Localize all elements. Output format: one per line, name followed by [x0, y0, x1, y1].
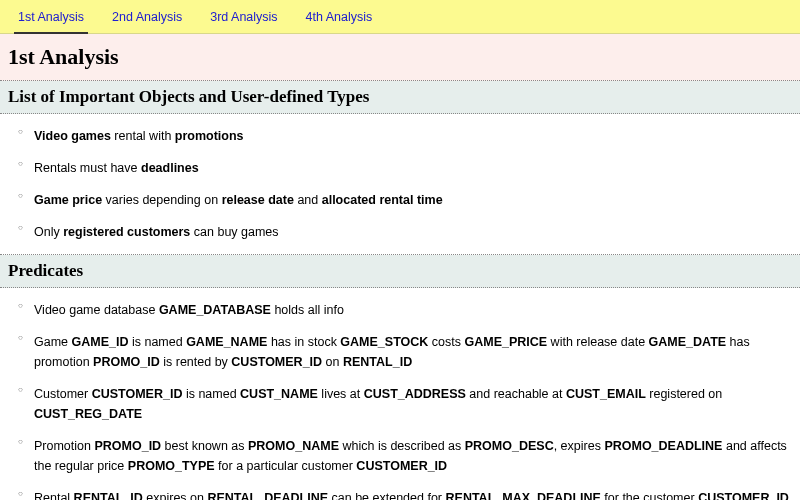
bold-term: release date	[222, 193, 294, 207]
text-run: with release date	[547, 335, 648, 349]
bold-term: PROMO_ID	[94, 439, 161, 453]
bold-term: CUST_ADDRESS	[364, 387, 466, 401]
text-run: costs	[428, 335, 464, 349]
bold-term: allocated rental time	[322, 193, 443, 207]
tab-bar: 1st Analysis 2nd Analysis 3rd Analysis 4…	[0, 0, 800, 34]
list-item: Rental RENTAL_ID expires on RENTAL_DEADL…	[8, 482, 792, 500]
bold-term: PROMO_DESC	[465, 439, 554, 453]
bold-term: promotions	[175, 129, 244, 143]
text-run: Rentals must have	[34, 161, 141, 175]
section-heading-predicates: Predicates	[0, 255, 800, 288]
text-run: varies depending on	[102, 193, 222, 207]
objects-list: Video games rental with promotions Renta…	[0, 114, 800, 255]
text-run: has in stock	[267, 335, 340, 349]
text-run: is named	[182, 387, 240, 401]
page-title: 1st Analysis	[0, 34, 800, 81]
bold-term: GAME_PRICE	[464, 335, 547, 349]
list-item: Customer CUSTOMER_ID is named CUST_NAME …	[8, 378, 792, 430]
bold-term: CUST_EMAIL	[566, 387, 646, 401]
bold-term: CUSTOMER_ID	[92, 387, 183, 401]
text-run: holds all info	[271, 303, 344, 317]
text-run: is named	[128, 335, 186, 349]
text-run: Customer	[34, 387, 92, 401]
text-run: which is described as	[339, 439, 465, 453]
text-run: , expires	[554, 439, 605, 453]
tab-4th-analysis[interactable]: 4th Analysis	[302, 6, 377, 33]
text-run: can buy games	[190, 225, 278, 239]
list-item: Video games rental with promotions	[8, 120, 792, 152]
text-run: expires on	[143, 491, 208, 500]
bold-term: RENTAL_DEADLINE	[207, 491, 328, 500]
text-run: for the customer	[601, 491, 698, 500]
text-run: rental with	[111, 129, 175, 143]
section-heading-objects: List of Important Objects and User-defin…	[0, 81, 800, 114]
text-run: can be extended for	[328, 491, 445, 500]
bold-term: registered customers	[63, 225, 190, 239]
bold-term: CUSTOMER_ID	[356, 459, 447, 473]
bold-term: GAME_DATABASE	[159, 303, 271, 317]
list-item: Game price varies depending on release d…	[8, 184, 792, 216]
tab-1st-analysis[interactable]: 1st Analysis	[14, 6, 88, 34]
text-run: Rental	[34, 491, 74, 500]
bold-term: PROMO_ID	[93, 355, 160, 369]
tab-2nd-analysis[interactable]: 2nd Analysis	[108, 6, 186, 33]
bold-term: RENTAL_MAX_DEADLINE	[446, 491, 601, 500]
text-run: lives at	[318, 387, 364, 401]
bold-term: deadlines	[141, 161, 199, 175]
text-run: on	[322, 355, 343, 369]
bold-term: PROMO_DEADLINE	[604, 439, 722, 453]
predicates-list: Video game database GAME_DATABASE holds …	[0, 288, 800, 500]
list-item: Only registered customers can buy games	[8, 216, 792, 248]
bold-term: Video games	[34, 129, 111, 143]
text-run: and reachable at	[466, 387, 566, 401]
text-run: Game	[34, 335, 72, 349]
bold-term: CUST_NAME	[240, 387, 318, 401]
bold-term: CUST_REG_DATE	[34, 407, 142, 421]
bold-term: PROMO_TYPE	[128, 459, 215, 473]
bold-term: GAME_NAME	[186, 335, 267, 349]
text-run: Promotion	[34, 439, 94, 453]
bold-term: GAME_DATE	[649, 335, 727, 349]
bold-term: PROMO_NAME	[248, 439, 339, 453]
text-run: registered on	[646, 387, 722, 401]
bold-term: RENTAL_ID	[74, 491, 143, 500]
tab-3rd-analysis[interactable]: 3rd Analysis	[206, 6, 281, 33]
bold-term: GAME_ID	[72, 335, 129, 349]
text-run: Video game database	[34, 303, 159, 317]
text-run: Only	[34, 225, 63, 239]
list-item: Game GAME_ID is named GAME_NAME has in s…	[8, 326, 792, 378]
text-run: and	[294, 193, 322, 207]
text-run: best known as	[161, 439, 248, 453]
bold-term: CUSTOMER_ID	[698, 491, 789, 500]
list-item: Promotion PROMO_ID best known as PROMO_N…	[8, 430, 792, 482]
text-run: for a particular customer	[215, 459, 357, 473]
list-item: Video game database GAME_DATABASE holds …	[8, 294, 792, 326]
bold-term: GAME_STOCK	[340, 335, 428, 349]
bold-term: CUSTOMER_ID	[231, 355, 322, 369]
bold-term: Game price	[34, 193, 102, 207]
list-item: Rentals must have deadlines	[8, 152, 792, 184]
bold-term: RENTAL_ID	[343, 355, 412, 369]
text-run: is rented by	[160, 355, 232, 369]
